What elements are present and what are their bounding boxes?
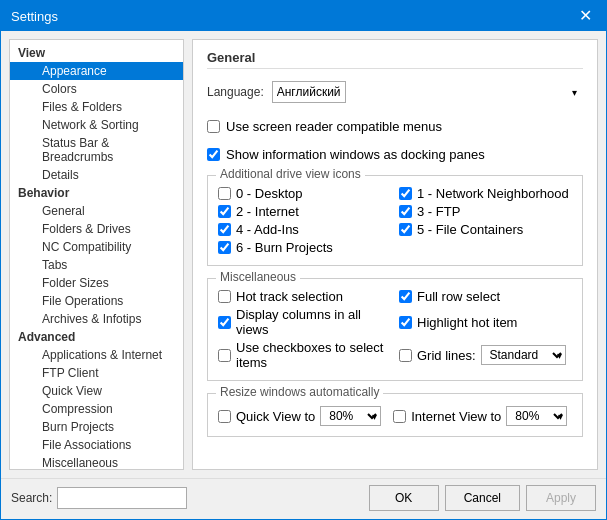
sidebar-item-nc-compat[interactable]: NC Compatibility: [10, 238, 183, 256]
internet-view-pct-wrap: 80% 90% 100%: [506, 406, 567, 426]
ftp-checkbox[interactable]: [399, 205, 412, 218]
internet-checkbox[interactable]: [218, 205, 231, 218]
title-bar: Settings ✕: [1, 1, 606, 31]
settings-window: Settings ✕ View Appearance Colors Files …: [0, 0, 607, 520]
screen-reader-label: Use screen reader compatible menus: [226, 119, 442, 134]
drive-icons-group: Additional drive view icons 0 - Desktop …: [207, 175, 583, 266]
sidebar-item-appearance[interactable]: Appearance: [10, 62, 183, 80]
sidebar-item-network-sorting[interactable]: Network & Sorting: [10, 116, 183, 134]
sidebar-item-general[interactable]: General: [10, 202, 183, 220]
desktop-checkbox[interactable]: [218, 187, 231, 200]
screen-reader-checkbox[interactable]: [207, 120, 220, 133]
quick-view-resize: Quick View to 80% 90% 100%: [218, 406, 381, 426]
hot-track-checkbox[interactable]: [218, 290, 231, 303]
sidebar-item-details[interactable]: Details: [10, 166, 183, 184]
resize-label: Resize windows automatically: [216, 385, 383, 399]
language-select-wrap: Английский English Deutsch Français: [272, 81, 583, 103]
sidebar-item-ftp-client[interactable]: FTP Client: [10, 364, 183, 382]
display-cols-item: Display columns in all views: [218, 307, 391, 337]
settings-panel: General Language: Английский English Deu…: [192, 39, 598, 470]
sidebar-item-compression[interactable]: Compression: [10, 400, 183, 418]
sidebar-item-file-assoc[interactable]: File Associations: [10, 436, 183, 454]
window-title: Settings: [11, 9, 58, 24]
network-nb-checkbox[interactable]: [399, 187, 412, 200]
sidebar-item-status-bar[interactable]: Status Bar & Breadcrumbs: [10, 134, 183, 166]
use-checkboxes-item: Use checkboxes to select items: [218, 340, 391, 370]
main-content: View Appearance Colors Files & Folders N…: [1, 31, 606, 478]
sidebar-item-files-folders[interactable]: Files & Folders: [10, 98, 183, 116]
drive-icon-internet: 2 - Internet: [218, 204, 391, 219]
miscellaneous-label: Miscellaneous: [216, 270, 300, 284]
highlight-hot-checkbox[interactable]: [399, 316, 412, 329]
language-row: Language: Английский English Deutsch Fra…: [207, 81, 583, 103]
ok-button[interactable]: OK: [369, 485, 439, 511]
drive-icon-ftp: 3 - FTP: [399, 204, 572, 219]
file-containers-checkbox[interactable]: [399, 223, 412, 236]
settings-tree: View Appearance Colors Files & Folders N…: [9, 39, 184, 470]
apply-button[interactable]: Apply: [526, 485, 596, 511]
highlight-hot-item: Highlight hot item: [399, 307, 572, 337]
quick-view-pct-select[interactable]: 80% 90% 100%: [320, 406, 381, 426]
resize-group: Resize windows automatically Quick View …: [207, 393, 583, 437]
button-row: OK Cancel Apply: [369, 485, 596, 511]
sidebar-item-colors[interactable]: Colors: [10, 80, 183, 98]
language-label: Language:: [207, 85, 264, 99]
internet-view-pct-select[interactable]: 80% 90% 100%: [506, 406, 567, 426]
full-row-checkbox[interactable]: [399, 290, 412, 303]
burn-checkbox[interactable]: [218, 241, 231, 254]
sidebar-item-folder-sizes[interactable]: Folder Sizes: [10, 274, 183, 292]
drive-icon-addins: 4 - Add-Ins: [218, 222, 391, 237]
sidebar-item-file-ops[interactable]: File Operations: [10, 292, 183, 310]
addins-checkbox[interactable]: [218, 223, 231, 236]
misc-grid: Hot track selection Full row select Disp…: [218, 289, 572, 370]
sidebar-item-burn-projects[interactable]: Burn Projects: [10, 418, 183, 436]
grid-lines-item: Grid lines: Standard Horizontal Vertical…: [399, 340, 572, 370]
close-button[interactable]: ✕: [575, 8, 596, 24]
info-windows-checkbox[interactable]: [207, 148, 220, 161]
miscellaneous-group: Miscellaneous Hot track selection Full r…: [207, 278, 583, 381]
sidebar-item-apps-internet[interactable]: Applications & Internet: [10, 346, 183, 364]
display-cols-checkbox[interactable]: [218, 316, 231, 329]
bottom-bar: Search: OK Cancel Apply: [1, 478, 606, 519]
drive-icon-desktop: 0 - Desktop: [218, 186, 391, 201]
resize-row: Quick View to 80% 90% 100% Internet View…: [218, 406, 572, 426]
section-advanced: Advanced: [10, 328, 183, 346]
drive-icon-file-containers: 5 - File Containers: [399, 222, 572, 237]
sidebar-item-archives[interactable]: Archives & Infotips: [10, 310, 183, 328]
quick-view-pct-wrap: 80% 90% 100%: [320, 406, 381, 426]
drive-icons-grid: 0 - Desktop 1 - Network Neighborhood 2 -…: [218, 186, 572, 255]
sidebar-item-folders-drives[interactable]: Folders & Drives: [10, 220, 183, 238]
sidebar-item-miscellaneous[interactable]: Miscellaneous: [10, 454, 183, 470]
drive-icons-label: Additional drive view icons: [216, 167, 365, 181]
hot-track-item: Hot track selection: [218, 289, 391, 304]
info-windows-row: Show information windows as docking pane…: [207, 147, 583, 162]
gridlines-select-wrap: Standard Horizontal Vertical Both None: [481, 345, 566, 365]
sidebar-item-tabs[interactable]: Tabs: [10, 256, 183, 274]
section-behavior: Behavior: [10, 184, 183, 202]
internet-view-resize: Internet View to 80% 90% 100%: [393, 406, 567, 426]
panel-heading: General: [207, 50, 583, 69]
use-checkboxes-checkbox[interactable]: [218, 349, 231, 362]
gridlines-select[interactable]: Standard Horizontal Vertical Both None: [481, 345, 566, 365]
screen-reader-row: Use screen reader compatible menus: [207, 119, 583, 134]
sidebar-item-quick-view[interactable]: Quick View: [10, 382, 183, 400]
section-view: View: [10, 44, 183, 62]
cancel-button[interactable]: Cancel: [445, 485, 520, 511]
language-select[interactable]: Английский English Deutsch Français: [272, 81, 346, 103]
search-input[interactable]: [57, 487, 187, 509]
search-label: Search:: [11, 491, 52, 505]
drive-icon-network-nb: 1 - Network Neighborhood: [399, 186, 572, 201]
drive-icon-burn: 6 - Burn Projects: [218, 240, 391, 255]
internet-view-checkbox[interactable]: [393, 410, 406, 423]
info-windows-label: Show information windows as docking pane…: [226, 147, 485, 162]
full-row-item: Full row select: [399, 289, 572, 304]
quick-view-checkbox[interactable]: [218, 410, 231, 423]
grid-lines-checkbox[interactable]: [399, 349, 412, 362]
search-area: Search:: [11, 487, 361, 509]
